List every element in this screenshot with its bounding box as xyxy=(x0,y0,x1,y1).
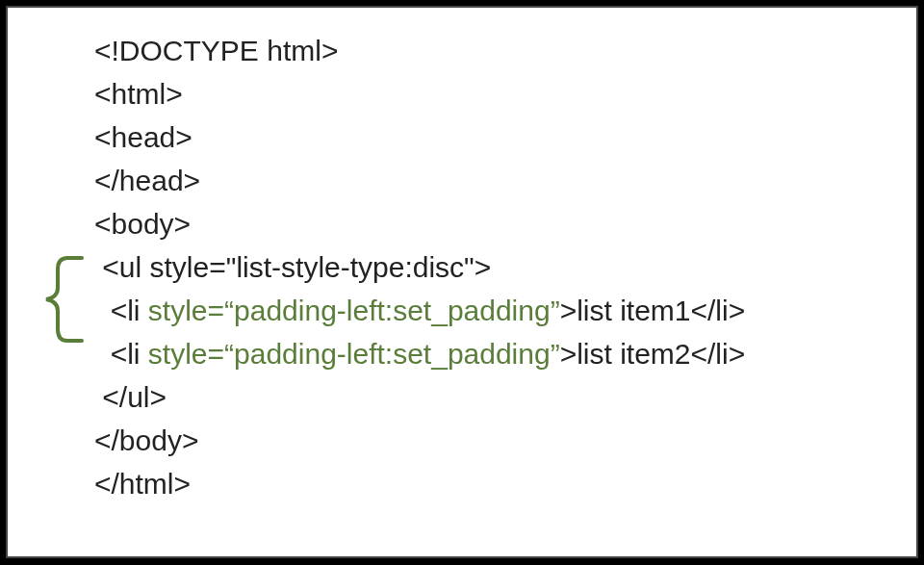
curly-bracket-icon xyxy=(38,256,87,343)
code-line: </head> xyxy=(94,165,200,196)
code-seg: <li xyxy=(94,338,148,370)
code-line: <li style=“padding-left:set_padding”>lis… xyxy=(94,295,745,326)
code-attr: style=“padding-left:set_padding” xyxy=(148,295,560,326)
code-seg: <li xyxy=(94,295,148,326)
code-line: <li style=“padding-left:set_padding”>lis… xyxy=(94,338,745,370)
code-line: <head> xyxy=(94,121,192,153)
code-line: <ul style="list-style-type:disc"> xyxy=(94,251,491,283)
code-line: <!DOCTYPE html> xyxy=(94,35,338,66)
code-seg: >list item1</li> xyxy=(560,295,746,326)
code-line: </ul> xyxy=(94,381,167,413)
code-attr: style=“padding-left:set_padding” xyxy=(148,338,560,370)
code-line: <body> xyxy=(94,208,191,240)
code-line: </body> xyxy=(94,424,198,456)
code-line: </html> xyxy=(94,468,191,500)
code-seg: >list item2</li> xyxy=(560,338,746,370)
code-block: <!DOCTYPE html> <html> <head> </head> <b… xyxy=(94,29,897,505)
code-frame: <!DOCTYPE html> <html> <head> </head> <b… xyxy=(6,6,918,558)
code-line: <html> xyxy=(94,78,183,110)
